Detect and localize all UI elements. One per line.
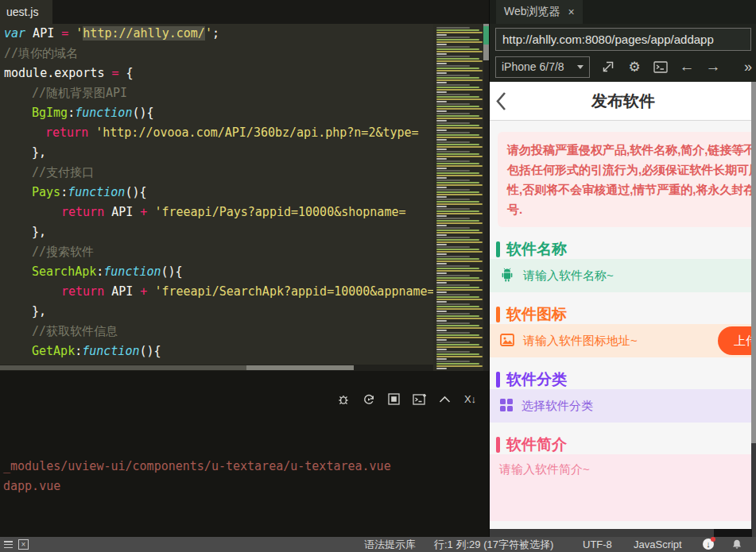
intro-textarea[interactable]: 请输入软件简介~ xyxy=(490,454,756,521)
code-line[interactable]: BgImg:function(){ xyxy=(0,103,433,123)
category-select[interactable]: 选择软件分类 xyxy=(490,389,756,423)
scrollbar-thumb-highlight xyxy=(246,365,354,370)
chevron-down-icon xyxy=(577,65,583,69)
code-line[interactable]: //支付接口 xyxy=(0,163,433,183)
scrollbar-thumb[interactable] xyxy=(714,529,752,537)
code-line[interactable]: //搜索软件 xyxy=(0,242,433,262)
stop-icon[interactable] xyxy=(386,392,401,407)
minimap-line xyxy=(436,199,470,200)
minimap-line xyxy=(436,82,447,83)
panel-toggle-icon[interactable] xyxy=(4,541,13,548)
minimap-line xyxy=(436,53,447,55)
code-line[interactable]: var API = 'http://ahlly.com/'; xyxy=(0,24,433,44)
minimap-line xyxy=(436,363,479,365)
minimap-line xyxy=(436,244,447,245)
app-icon-url-input[interactable]: 请输入软件图标地址~ 上传图片 xyxy=(490,324,756,357)
code-line[interactable]: Pays:function(){ xyxy=(0,183,433,203)
code-line[interactable]: SearchApk:function(){ xyxy=(0,262,433,282)
clear-console-icon[interactable]: X↓ xyxy=(463,392,478,407)
editor-tab-requestjs[interactable]: uest.js xyxy=(0,0,52,24)
minimap-line xyxy=(436,175,483,176)
restart-icon[interactable] xyxy=(361,392,376,407)
minimap-line xyxy=(436,270,483,272)
forward-arrow-icon[interactable]: → xyxy=(705,59,721,75)
open-external-icon[interactable] xyxy=(600,59,616,75)
minimap-line xyxy=(436,344,479,345)
minimap-line xyxy=(436,146,483,148)
minimap-line xyxy=(436,153,479,155)
minimap-line xyxy=(436,51,483,52)
code-line[interactable]: }, xyxy=(0,222,433,242)
encoding-status[interactable]: UTF-8 xyxy=(583,537,612,552)
url-input[interactable] xyxy=(495,28,751,51)
code-minimap[interactable] xyxy=(433,24,483,371)
section-app-intro: 软件简介 请输入软件简介~ xyxy=(490,434,756,521)
console-toggle-icon[interactable]: × xyxy=(18,539,29,550)
minimap-line xyxy=(436,349,447,350)
code-line[interactable]: }, xyxy=(0,302,433,322)
minimap-line xyxy=(436,194,483,195)
minimap-line xyxy=(436,299,483,300)
editor-vertical-scrollbar[interactable] xyxy=(483,24,489,371)
cursor-position-status[interactable]: 行:1 列:29 (17字符被选择) xyxy=(434,537,553,552)
browser-tab[interactable]: Web浏览器 × xyxy=(496,0,583,24)
minimap-line xyxy=(436,268,479,269)
code-line[interactable]: //获取软件信息 xyxy=(0,322,433,342)
close-icon[interactable]: × xyxy=(568,6,575,18)
minimap-line xyxy=(436,65,470,67)
code-line[interactable]: //随机背景图API xyxy=(0,83,433,103)
minimap-line xyxy=(436,339,447,341)
terminal-icon[interactable] xyxy=(653,59,669,75)
minimap-line xyxy=(436,89,483,91)
minimap-line xyxy=(436,96,479,98)
minimap-line xyxy=(436,351,470,353)
code-line[interactable]: return API + 'freeapi/SearchApk?appid=10… xyxy=(0,282,433,302)
scrollbar-thumb[interactable] xyxy=(483,24,489,60)
back-arrow-icon[interactable]: ← xyxy=(679,59,695,75)
preview-horizontal-scrollbar[interactable] xyxy=(490,529,756,537)
device-selector[interactable]: iPhone 6/7/8 xyxy=(495,56,590,78)
syntax-lib-status[interactable]: 语法提示库 xyxy=(364,537,416,552)
minimap-line xyxy=(436,122,470,124)
collapse-panel-icon[interactable] xyxy=(437,392,452,407)
console-panel: X↓ _modules/uview-ui/components/u-textar… xyxy=(0,371,489,537)
minimap-line xyxy=(436,189,470,191)
new-terminal-icon[interactable] xyxy=(412,392,427,407)
bell-icon[interactable] xyxy=(731,538,742,552)
upload-image-button[interactable]: 上传图片 xyxy=(718,326,756,355)
minimap-line xyxy=(436,46,470,48)
code-line[interactable]: //填你的域名 xyxy=(0,44,433,64)
scrollbar-thumb[interactable] xyxy=(751,82,756,443)
section-accent-bar xyxy=(496,241,500,257)
code-line[interactable]: }, xyxy=(0,143,433,163)
code-line[interactable]: return 'http://ovooa.com/API/360bz/api.p… xyxy=(0,123,433,143)
preview-vertical-scrollbar[interactable] xyxy=(751,82,756,529)
minimap-line xyxy=(436,289,483,291)
minimap-line xyxy=(436,277,479,279)
code-line[interactable]: GetApk:function(){ xyxy=(0,342,433,361)
code-line[interactable]: module.exports = { xyxy=(0,64,433,83)
minimap-line xyxy=(436,353,479,355)
minimap-line xyxy=(436,232,483,234)
minimap-line xyxy=(436,230,479,231)
editor-horizontal-scrollbar[interactable] xyxy=(0,365,433,371)
minimap-line xyxy=(436,165,483,167)
language-mode-status[interactable]: JavaScript xyxy=(634,537,682,552)
minimap-line xyxy=(436,158,447,160)
minimap-line xyxy=(436,118,483,119)
minimap-line xyxy=(436,318,483,319)
minimap-line xyxy=(436,275,470,276)
minimap-line xyxy=(436,187,447,188)
update-download-icon[interactable]: ↓ xyxy=(703,538,714,550)
code-line[interactable]: return API + 'freeapi/Pays?appid=10000&s… xyxy=(0,203,433,222)
app-name-input[interactable]: 请输入软件名称~ xyxy=(490,259,756,292)
debug-bug-icon[interactable] xyxy=(335,392,351,407)
minimap-line xyxy=(436,258,479,260)
minimap-line xyxy=(436,330,447,331)
minimap-line xyxy=(436,251,483,253)
minimap-line xyxy=(436,249,479,250)
code-editor[interactable]: var API = 'http://ahlly.com/';//填你的域名mod… xyxy=(0,24,433,365)
minimap-line xyxy=(436,220,479,222)
overflow-menu-icon[interactable]: » xyxy=(744,59,752,75)
settings-gear-icon[interactable]: ⚙ xyxy=(626,59,642,75)
